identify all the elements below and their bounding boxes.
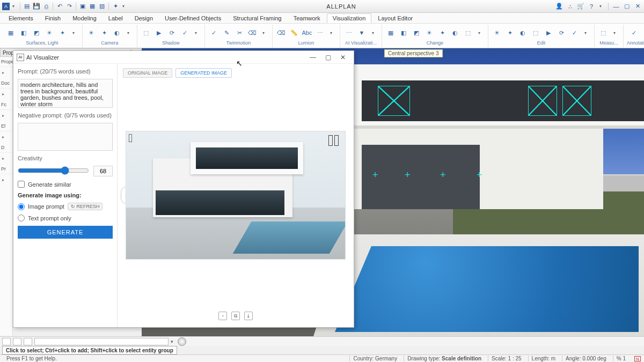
ribbon-group-dropdown[interactable]: ▾ <box>580 27 591 38</box>
export-image-icon[interactable]: ⤓ <box>244 312 253 320</box>
tool-icon[interactable]: ✦ <box>111 2 120 11</box>
ribbon-icon[interactable]: ◧ <box>398 27 409 38</box>
cmd-dropdown-icon[interactable]: ▾ <box>171 339 173 344</box>
cmd-tool3[interactable] <box>24 338 32 345</box>
pct-value[interactable]: 1 <box>623 356 626 361</box>
window2-icon[interactable]: ▦ <box>88 2 97 11</box>
print-icon[interactable]: ⎙ <box>42 2 50 11</box>
close-icon[interactable]: ✕ <box>633 2 642 11</box>
ribbon-icon[interactable]: ☀ <box>424 27 435 38</box>
help-icon[interactable]: ? <box>587 2 596 11</box>
negative-prompt-input[interactable] <box>18 123 113 151</box>
ribbon-icon[interactable]: ✓ <box>208 27 219 38</box>
generate-button[interactable]: GENERATE <box>18 226 113 239</box>
ribbon-icon[interactable]: ◧ <box>18 27 29 38</box>
prompt-input[interactable]: modern architecture, hills and trees in … <box>18 79 113 108</box>
undo-icon[interactable]: ↶ <box>55 2 64 11</box>
ribbon-icon[interactable]: ☀ <box>86 27 97 38</box>
dock-tab[interactable]: D <box>0 143 12 153</box>
maximize-icon[interactable]: ▢ <box>623 2 631 11</box>
ribbon-icon[interactable]: ⟳ <box>556 27 567 38</box>
ribbon-icon[interactable]: ▶ <box>153 27 164 38</box>
tab-user-defined-objects[interactable]: User-Defined Objects <box>159 14 226 23</box>
ribbon-icon[interactable]: ✓ <box>628 27 639 38</box>
expand-icon[interactable]: ▸ <box>0 67 12 78</box>
ribbon-group-dropdown[interactable]: ▾ <box>258 27 269 38</box>
users-icon[interactable]: ⛬ <box>566 2 574 11</box>
dock-tab[interactable]: Pr <box>0 164 12 174</box>
user-icon[interactable]: 👤 <box>555 2 564 11</box>
ribbon-group-dropdown[interactable]: ▾ <box>640 27 644 38</box>
ribbon-group-dropdown[interactable]: ▾ <box>191 27 201 38</box>
dock-tab[interactable]: El <box>0 121 12 131</box>
expand-icon[interactable]: ▸ <box>0 174 12 186</box>
dialog-maximize-icon[interactable]: ▢ <box>320 54 335 61</box>
ribbon-icon[interactable]: ✦ <box>504 27 515 38</box>
tab-elements[interactable]: Elements <box>3 14 39 23</box>
minimize-icon[interactable]: — <box>612 2 620 11</box>
ribbon-group-dropdown[interactable]: ▾ <box>326 27 336 38</box>
tab-modeling[interactable]: Modeling <box>67 14 102 23</box>
save-icon[interactable]: 💾 <box>32 2 41 11</box>
new-icon[interactable]: ▤ <box>23 2 31 11</box>
command-input[interactable] <box>34 338 169 345</box>
dock-tab[interactable]: Doc <box>0 78 12 88</box>
ribbon-icon[interactable]: ▼ <box>356 27 367 38</box>
save-image-icon[interactable]: ▫ <box>218 312 227 320</box>
ribbon-group-dropdown[interactable]: ▾ <box>609 27 620 38</box>
qat-dropdown[interactable]: ▾ <box>119 2 128 11</box>
tab-layout-editor[interactable]: Layout Editor <box>372 14 418 23</box>
scale-value[interactable]: 1 : 25 <box>508 356 522 361</box>
dialog-titlebar[interactable]: AI AI Visualizer — ▢ ✕ <box>13 51 354 64</box>
ribbon-icon[interactable]: ⌫ <box>276 27 287 38</box>
ribbon-icon[interactable]: Abc <box>302 27 312 38</box>
ribbon-icon[interactable]: ⬚ <box>530 27 541 38</box>
tab-generated-image[interactable]: GENERATED IMAGE <box>175 68 232 78</box>
cmd-tool2[interactable] <box>13 338 21 345</box>
dialog-close-icon[interactable]: ✕ <box>335 54 350 61</box>
ribbon-icon[interactable]: ⬚ <box>598 27 609 38</box>
window3-icon[interactable]: ▧ <box>98 2 106 11</box>
expand-icon[interactable]: ▸ <box>0 88 12 100</box>
tab-teamwork[interactable]: Teamwork <box>288 14 326 23</box>
ribbon-group-dropdown[interactable]: ▾ <box>368 27 378 38</box>
ribbon-icon[interactable]: ✦ <box>99 27 109 38</box>
angle-value[interactable]: 0.000 <box>582 356 596 361</box>
ribbon-icon[interactable]: ◐ <box>112 27 122 38</box>
ribbon-icon[interactable]: ◩ <box>31 27 42 38</box>
tab-finish[interactable]: Finish <box>40 14 66 23</box>
ribbon-icon[interactable]: ☀ <box>44 27 55 38</box>
app-menu-dropdown[interactable]: ▾ <box>9 2 18 11</box>
expand-icon[interactable]: ▸ <box>0 153 12 164</box>
tab-label[interactable]: Label <box>103 14 128 23</box>
ribbon-icon[interactable]: ✎ <box>221 27 232 38</box>
cart-icon[interactable]: 🛒 <box>576 2 585 11</box>
refresh-button[interactable]: ↻ REFRESH <box>68 203 103 210</box>
drawing-value[interactable]: Scale definition <box>442 356 481 361</box>
ribbon-icon[interactable]: ⋯ <box>314 27 325 38</box>
ribbon-group-dropdown[interactable]: ▾ <box>474 27 485 38</box>
ribbon-icon[interactable]: ⋯ <box>343 27 354 38</box>
window1-icon[interactable]: ▣ <box>78 2 87 11</box>
length-value[interactable]: m <box>551 356 555 361</box>
ribbon-icon[interactable]: ⌫ <box>247 27 258 38</box>
globe-icon[interactable] <box>178 337 186 346</box>
ribbon-icon[interactable]: ▦ <box>385 27 396 38</box>
app-logo-icon[interactable]: A <box>2 3 10 10</box>
ribbon-group-dropdown[interactable]: ▾ <box>68 27 79 38</box>
ribbon-icon[interactable]: ◐ <box>517 27 528 38</box>
dock-tab[interactable]: Prope <box>0 57 12 67</box>
dock-tab[interactable]: Fc <box>0 100 12 110</box>
ribbon-icon[interactable]: ⬚ <box>463 27 473 38</box>
copy-image-icon[interactable]: ⧉ <box>231 312 240 320</box>
ribbon-icon[interactable]: ✓ <box>179 27 190 38</box>
ribbon-icon[interactable]: ✓ <box>569 27 580 38</box>
ribbon-group-dropdown[interactable]: ▾ <box>123 27 134 38</box>
ribbon-icon[interactable]: ◩ <box>411 27 422 38</box>
ribbon-icon[interactable]: ⬚ <box>141 27 151 38</box>
ribbon-icon[interactable]: ✦ <box>437 27 448 38</box>
ribbon-icon[interactable]: ✦ <box>57 27 68 38</box>
status-n-indicator[interactable]: N <box>634 356 641 361</box>
creativity-value[interactable] <box>93 166 113 176</box>
ribbon-icon[interactable]: ◐ <box>450 27 460 38</box>
